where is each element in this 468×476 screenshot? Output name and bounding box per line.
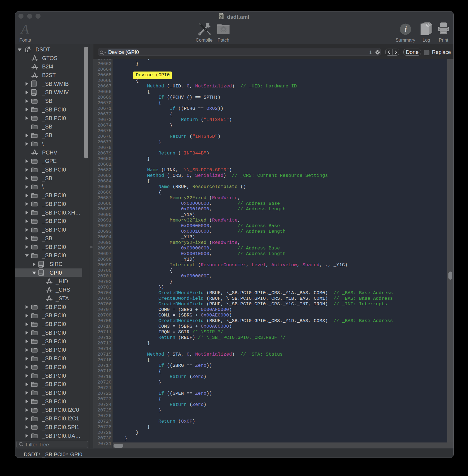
svg-text:AML: AML xyxy=(220,18,222,19)
svg-text:i: i xyxy=(405,25,407,34)
